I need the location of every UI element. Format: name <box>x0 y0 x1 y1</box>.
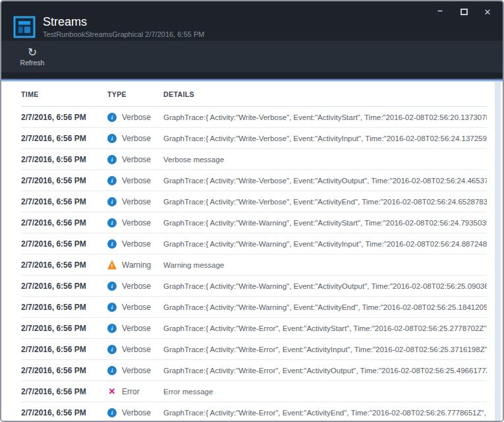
verbose-icon <box>107 218 117 227</box>
row-type-label: Verbose <box>122 408 151 417</box>
row-details: GraphTrace:{ Activity:"Write-Warning", E… <box>163 303 487 311</box>
streams-table: TIME TYPE DETAILS 2/7/2016, 6:56 PM Verb… <box>1 82 503 421</box>
page-title: Streams <box>43 15 204 28</box>
close-icon[interactable]: ✕ <box>479 5 496 19</box>
table-row: 2/7/2016, 6:56 PM Verbose GraphTrace:{ A… <box>21 170 487 191</box>
row-type-label: Error <box>122 387 140 396</box>
row-type-label: Verbose <box>122 345 151 354</box>
row-time: 2/7/2016, 6:56 PM <box>21 239 107 249</box>
row-type-label: Verbose <box>122 303 151 312</box>
table-row: 2/7/2016, 6:56 PM Verbose GraphTrace:{ A… <box>21 233 487 255</box>
row-details: GraphTrace:{ Activity:"Write-Error", Eve… <box>163 324 487 332</box>
table-row: 2/7/2016, 6:56 PM Verbose GraphTrace:{ A… <box>21 297 487 318</box>
table-body: 2/7/2016, 6:56 PM Verbose GraphTrace:{ A… <box>21 107 487 421</box>
table-row: 2/7/2016, 6:56 PM Error Error message <box>21 381 487 402</box>
row-details: Error message <box>163 388 487 396</box>
page-subtitle: TestRunbookStreamsGraphical 2/7/2016, 6:… <box>43 30 204 38</box>
title-block: Streams TestRunbookStreamsGraphical 2/7/… <box>1 1 503 38</box>
row-type-label: Verbose <box>122 324 151 333</box>
row-time: 2/7/2016, 6:56 PM <box>21 324 107 333</box>
row-time: 2/7/2016, 6:56 PM <box>21 366 107 375</box>
verbose-icon <box>107 113 117 122</box>
row-type-label: Verbose <box>122 197 151 206</box>
verbose-icon <box>107 324 117 333</box>
row-details: GraphTrace:{ Activity:"Write-Error", Eve… <box>163 409 487 417</box>
row-time: 2/7/2016, 6:56 PM <box>21 155 107 164</box>
row-details: GraphTrace:{ Activity:"Write-Error", Eve… <box>163 367 487 375</box>
row-details: GraphTrace:{ Activity:"Write-Warning", E… <box>163 219 487 227</box>
row-type-label: Verbose <box>122 282 151 291</box>
vertical-scrollbar[interactable] <box>495 82 501 421</box>
row-type-label: Verbose <box>122 155 151 164</box>
minimize-icon[interactable]: – <box>432 5 449 19</box>
row-type-label: Verbose <box>122 218 151 227</box>
table-header-row: TIME TYPE DETAILS <box>21 82 487 107</box>
row-details: GraphTrace:{ Activity:"Write-Verbose", E… <box>163 198 487 206</box>
verbose-icon <box>107 303 117 312</box>
row-time: 2/7/2016, 6:56 PM <box>21 303 107 312</box>
row-details: Verbose message <box>163 156 487 164</box>
row-time: 2/7/2016, 6:56 PM <box>21 408 107 417</box>
table-row: 2/7/2016, 6:56 PM Verbose GraphTrace:{ A… <box>21 107 487 128</box>
table-row: 2/7/2016, 6:56 PM Verbose GraphTrace:{ A… <box>21 128 487 149</box>
verbose-icon <box>107 282 117 291</box>
column-header-time: TIME <box>21 90 107 98</box>
row-details: GraphTrace:{ Activity:"Write-Error", Eve… <box>163 346 487 353</box>
window-controls: – ✕ <box>432 5 496 19</box>
table-row: 2/7/2016, 6:56 PM Verbose GraphTrace:{ A… <box>21 402 487 421</box>
row-details: GraphTrace:{ Activity:"Write-Warning", E… <box>163 240 487 248</box>
row-time: 2/7/2016, 6:56 PM <box>21 218 107 227</box>
row-details: GraphTrace:{ Activity:"Write-Verbose", E… <box>163 135 487 142</box>
row-time: 2/7/2016, 6:56 PM <box>21 345 107 354</box>
row-details: GraphTrace:{ Activity:"Write-Verbose", E… <box>163 177 487 185</box>
streams-content: TIME TYPE DETAILS 2/7/2016, 6:56 PM Verb… <box>1 82 503 421</box>
table-row: 2/7/2016, 6:56 PM Verbose GraphTrace:{ A… <box>21 318 487 339</box>
column-header-details: DETAILS <box>163 90 487 98</box>
streams-app-icon <box>13 16 36 38</box>
error-icon <box>107 387 117 396</box>
streams-window: – ✕ Streams TestRunbookStreamsGraphical … <box>0 0 504 422</box>
verbose-icon <box>107 176 117 185</box>
row-time: 2/7/2016, 6:56 PM <box>21 260 107 270</box>
row-type-label: Verbose <box>122 239 151 249</box>
table-row: 2/7/2016, 6:56 PM Verbose GraphTrace:{ A… <box>21 276 487 297</box>
warning-icon <box>107 260 117 270</box>
refresh-button[interactable]: ↻ Refresh <box>11 41 54 73</box>
verbose-icon <box>107 239 117 249</box>
row-type-label: Verbose <box>122 176 151 185</box>
row-type-label: Verbose <box>122 113 151 122</box>
table-row: 2/7/2016, 6:56 PM Verbose GraphTrace:{ A… <box>21 191 487 212</box>
row-time: 2/7/2016, 6:56 PM <box>21 176 107 185</box>
verbose-icon <box>107 197 117 206</box>
table-row: 2/7/2016, 6:56 PM Verbose GraphTrace:{ A… <box>21 339 487 360</box>
table-row: 2/7/2016, 6:56 PM Verbose GraphTrace:{ A… <box>21 360 487 381</box>
row-details: Warning message <box>163 261 487 269</box>
row-type-label: Warning <box>122 260 151 270</box>
window-header: – ✕ Streams TestRunbookStreamsGraphical … <box>1 1 503 78</box>
command-toolbar: ↻ Refresh <box>1 41 503 73</box>
table-row: 2/7/2016, 6:56 PM Warning Warning messag… <box>21 255 487 276</box>
row-details: GraphTrace:{ Activity:"Write-Warning", E… <box>163 282 487 290</box>
row-type-label: Verbose <box>122 366 151 375</box>
row-time: 2/7/2016, 6:56 PM <box>21 134 107 143</box>
maximize-icon[interactable] <box>455 5 472 19</box>
verbose-icon <box>107 345 117 354</box>
verbose-icon <box>107 134 117 143</box>
table-row: 2/7/2016, 6:56 PM Verbose GraphTrace:{ A… <box>21 212 487 233</box>
row-time: 2/7/2016, 6:56 PM <box>21 387 107 396</box>
refresh-label: Refresh <box>20 59 45 67</box>
row-details: GraphTrace:{ Activity:"Write-Verbose", E… <box>163 113 487 121</box>
refresh-icon: ↻ <box>28 47 37 58</box>
verbose-icon <box>107 408 117 417</box>
table-row: 2/7/2016, 6:56 PM Verbose Verbose messag… <box>21 149 487 170</box>
row-time: 2/7/2016, 6:56 PM <box>21 113 107 122</box>
row-time: 2/7/2016, 6:56 PM <box>21 197 107 206</box>
column-header-type: TYPE <box>107 90 163 98</box>
row-type-label: Verbose <box>122 134 151 143</box>
row-time: 2/7/2016, 6:56 PM <box>21 282 107 291</box>
verbose-icon <box>107 366 117 375</box>
verbose-icon <box>107 155 117 164</box>
